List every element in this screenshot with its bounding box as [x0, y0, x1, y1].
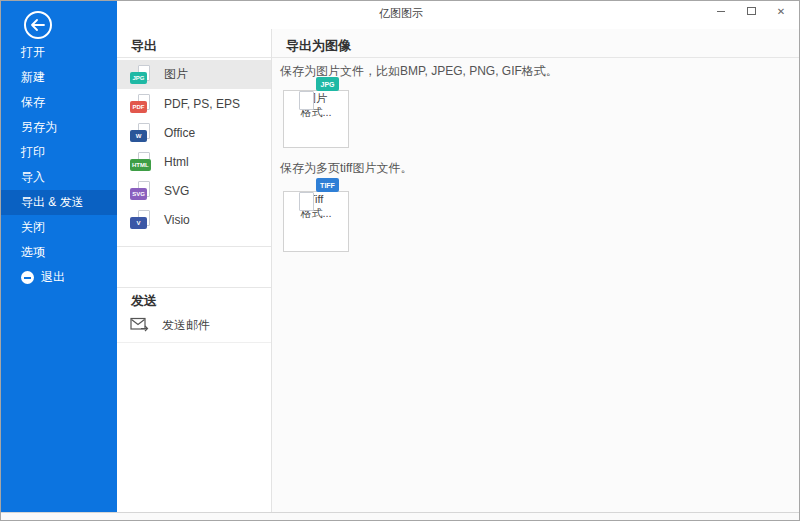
sidebar-item-exit[interactable]: 退出	[1, 265, 117, 290]
card-label: 格式...	[284, 105, 348, 119]
backstage-sidebar: 打开 新建 保存 另存为 打印 导入 导出 & 发送 关闭 选项 退出	[1, 1, 117, 512]
maximize-icon	[747, 7, 756, 15]
card-label: 图片	[284, 91, 348, 105]
sidebar-item-export-send[interactable]: 导出 & 发送	[1, 190, 117, 215]
html-file-icon: HTML	[130, 152, 151, 171]
title-bar	[117, 1, 800, 29]
export-item-svg[interactable]: SVG SVG	[117, 176, 271, 205]
sidebar-item-label: 选项	[21, 244, 45, 261]
minimize-icon	[717, 11, 725, 12]
export-card-image-format[interactable]: JPG 图片 格式...	[283, 90, 349, 148]
export-item-office[interactable]: W Office	[117, 118, 271, 147]
card-label: 格式...	[284, 206, 348, 220]
sidebar-item-label: 新建	[21, 69, 45, 86]
sidebar-item-print[interactable]: 打印	[1, 140, 117, 165]
window-controls: ✕	[709, 3, 793, 19]
tiff-export-description: 保存为多页tiff图片文件。	[280, 160, 412, 177]
sidebar-item-save[interactable]: 保存	[1, 90, 117, 115]
svg-file-icon: SVG	[130, 181, 151, 200]
sidebar-item-label: 另存为	[21, 119, 57, 136]
sidebar-item-label: 退出	[41, 269, 65, 286]
sidebar-item-import[interactable]: 导入	[1, 165, 117, 190]
close-button[interactable]: ✕	[769, 3, 793, 19]
sidebar-item-label: 打开	[21, 44, 45, 61]
maximize-button[interactable]	[739, 3, 763, 19]
sidebar-item-label: 导入	[21, 169, 45, 186]
divider	[272, 57, 800, 58]
divider	[117, 246, 271, 247]
send-item-email[interactable]: 发送邮件	[117, 311, 271, 339]
sidebar-item-close[interactable]: 关闭	[1, 215, 117, 240]
export-item-label: Office	[164, 126, 195, 140]
sidebar-item-label: 关闭	[21, 219, 45, 236]
export-panel-header: 导出	[131, 37, 157, 55]
send-item-label: 发送邮件	[162, 317, 210, 334]
visio-file-icon: V	[130, 210, 151, 229]
send-mail-icon	[130, 316, 149, 335]
export-item-visio[interactable]: V Visio	[117, 205, 271, 234]
sidebar-item-label: 保存	[21, 94, 45, 111]
window-bottom-edge	[1, 512, 800, 521]
divider	[117, 57, 271, 58]
export-item-label: Html	[164, 155, 189, 169]
sidebar-menu: 打开 新建 保存 另存为 打印 导入 导出 & 发送 关闭 选项 退出	[1, 40, 117, 290]
sidebar-item-open[interactable]: 打开	[1, 40, 117, 65]
sidebar-item-label: 导出 & 发送	[21, 194, 84, 211]
back-arrow-icon	[30, 19, 46, 31]
word-file-icon: W	[130, 123, 151, 142]
export-item-image[interactable]: JPG 图片	[117, 60, 271, 89]
close-icon: ✕	[777, 6, 785, 17]
divider	[117, 287, 271, 288]
export-item-label: SVG	[164, 184, 189, 198]
export-item-label: 图片	[164, 66, 188, 83]
export-item-label: Visio	[164, 213, 190, 227]
pdf-file-icon: PDF	[130, 94, 151, 113]
app-window: 打开 新建 保存 另存为 打印 导入 导出 & 发送 关闭 选项 退出 亿图图示…	[0, 0, 800, 521]
sidebar-item-options[interactable]: 选项	[1, 240, 117, 265]
back-button[interactable]	[24, 11, 52, 39]
sidebar-item-new[interactable]: 新建	[1, 65, 117, 90]
send-section-header: 发送	[131, 292, 157, 310]
export-list-panel: 导出 JPG 图片 PDF PDF, PS, EPS W Office HTML…	[117, 29, 271, 512]
exit-icon	[21, 271, 34, 284]
export-item-label: PDF, PS, EPS	[164, 97, 240, 111]
minimize-button[interactable]	[709, 3, 733, 19]
detail-panel-header: 导出为图像	[286, 37, 351, 55]
jpg-file-icon: JPG	[130, 65, 151, 84]
divider	[117, 342, 271, 343]
export-item-html[interactable]: HTML Html	[117, 147, 271, 176]
export-detail-panel: 导出为图像 保存为图片文件，比如BMP, JPEG, PNG, GIF格式。 J…	[271, 29, 800, 512]
export-item-pdf[interactable]: PDF PDF, PS, EPS	[117, 89, 271, 118]
card-label: Tiff	[284, 192, 348, 206]
sidebar-item-label: 打印	[21, 144, 45, 161]
sidebar-item-save-as[interactable]: 另存为	[1, 115, 117, 140]
export-card-tiff-format[interactable]: TIFF Tiff 格式...	[283, 191, 349, 252]
